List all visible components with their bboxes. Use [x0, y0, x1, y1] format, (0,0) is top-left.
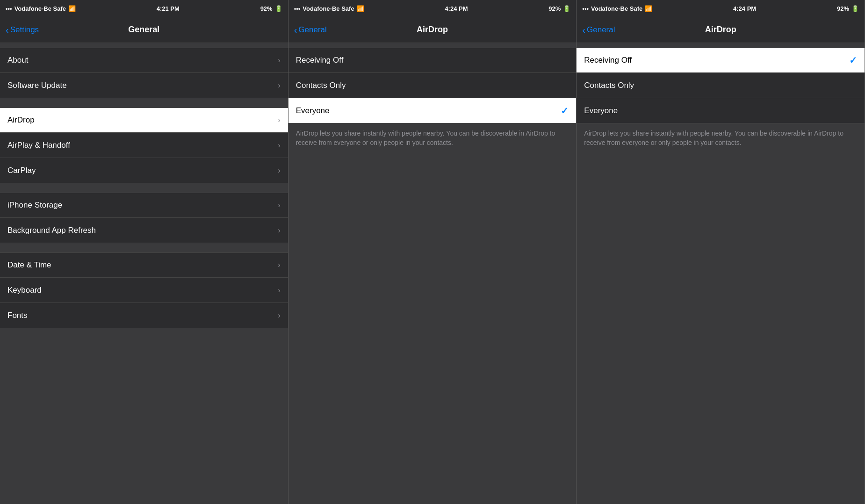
airplay-handoff-chevron-icon: ›: [278, 141, 280, 150]
airplay-handoff-label: AirPlay & Handoff: [7, 141, 70, 150]
status-bar-right-3: 92% 🔋: [837, 5, 859, 12]
panel-airdrop-receiving-off: ••• Vodafone-Be Safe 📶 4:24 PM 92% 🔋 ‹ G…: [577, 0, 865, 504]
receiving-off-checkmark-icon: ✓: [849, 55, 857, 66]
airdrop-chevron-icon: ›: [278, 116, 280, 124]
panel-general: ••• Vodafone-Be Safe 📶 4:21 PM 92% 🔋 ‹ S…: [0, 0, 288, 504]
list-item-carplay[interactable]: CarPlay ›: [0, 158, 288, 183]
back-button-3[interactable]: ‹ General: [582, 25, 615, 35]
receiving-off-label-2: Receiving Off: [584, 56, 632, 65]
status-bar-3: ••• Vodafone-Be Safe 📶 4:24 PM 92% 🔋: [577, 0, 865, 17]
everyone-label: Everyone: [296, 106, 330, 115]
list-item-about[interactable]: About ›: [0, 48, 288, 73]
nav-title-1: General: [128, 25, 159, 35]
nav-title-2: AirDrop: [417, 25, 448, 35]
battery-icon-2: 🔋: [563, 5, 570, 12]
back-button-1[interactable]: ‹ Settings: [6, 25, 39, 35]
everyone-label-2: Everyone: [584, 106, 618, 115]
status-bar-2: ••• Vodafone-Be Safe 📶 4:24 PM 92% 🔋: [288, 0, 577, 17]
bg-app-refresh-label: Background App Refresh: [7, 226, 96, 235]
airdrop-options-section-2: Receiving Off ✓ Contacts Only Everyone: [577, 48, 865, 123]
carplay-chevron-icon: ›: [278, 166, 280, 175]
battery-label-1: 92%: [260, 5, 273, 12]
signal-icon-3: •••: [582, 5, 589, 12]
keyboard-label: Keyboard: [7, 286, 42, 295]
battery-label-2: 92%: [548, 5, 561, 12]
status-bar-left-2: ••• Vodafone-Be Safe 📶: [294, 5, 364, 12]
list-item-airdrop[interactable]: AirDrop ›: [0, 108, 288, 133]
list-item-iphone-storage[interactable]: iPhone Storage ›: [0, 193, 288, 218]
back-button-2[interactable]: ‹ General: [294, 25, 327, 35]
contacts-only-label: Contacts Only: [296, 81, 346, 90]
option-everyone[interactable]: Everyone ✓: [288, 98, 577, 123]
software-update-label: Software Update: [7, 81, 67, 90]
option-receiving-off-2[interactable]: Receiving Off ✓: [577, 48, 865, 73]
status-bar-right-1: 92% 🔋: [260, 5, 282, 12]
content-general: About › Software Update › AirDrop › AirP…: [0, 43, 288, 504]
iphone-storage-chevron-icon: ›: [278, 201, 280, 209]
time-label-3: 4:24 PM: [733, 5, 756, 12]
section-2: AirDrop › AirPlay & Handoff › CarPlay ›: [0, 108, 288, 183]
airdrop-description-block-2: AirDrop lets you share instantly with pe…: [577, 123, 865, 153]
carrier-label-2: Vodafone-Be Safe: [303, 5, 354, 12]
option-everyone-2[interactable]: Everyone: [577, 98, 865, 123]
panel-airdrop-everyone: ••• Vodafone-Be Safe 📶 4:24 PM 92% 🔋 ‹ G…: [288, 0, 577, 504]
content-airdrop-receiving-off: Receiving Off ✓ Contacts Only Everyone A…: [577, 43, 865, 504]
option-receiving-off[interactable]: Receiving Off: [288, 48, 577, 73]
airdrop-description-text: AirDrop lets you share instantly with pe…: [296, 129, 569, 147]
date-time-label: Date & Time: [7, 260, 51, 270]
everyone-checkmark-icon: ✓: [561, 105, 569, 116]
nav-bar-1: ‹ Settings General: [0, 17, 288, 43]
wifi-icon-2: 📶: [357, 5, 364, 12]
back-chevron-icon-1: ‹: [6, 25, 9, 35]
airdrop-description-text-2: AirDrop lets you share instantly with pe…: [584, 129, 857, 147]
content-airdrop-everyone: Receiving Off Contacts Only Everyone ✓ A…: [288, 43, 577, 504]
status-bar-left-1: ••• Vodafone-Be Safe 📶: [6, 5, 76, 12]
about-label: About: [7, 56, 28, 65]
status-bar-left-3: ••• Vodafone-Be Safe 📶: [582, 5, 652, 12]
back-label-1: Settings: [10, 25, 39, 35]
list-item-keyboard[interactable]: Keyboard ›: [0, 278, 288, 303]
list-item-date-time[interactable]: Date & Time ›: [0, 252, 288, 278]
airdrop-label: AirDrop: [7, 115, 35, 125]
list-item-fonts[interactable]: Fonts ›: [0, 303, 288, 328]
carplay-label: CarPlay: [7, 166, 36, 175]
bg-app-refresh-chevron-icon: ›: [278, 226, 280, 235]
list-item-bg-app-refresh[interactable]: Background App Refresh ›: [0, 218, 288, 243]
signal-icon-1: •••: [6, 5, 12, 12]
date-time-chevron-icon: ›: [278, 261, 280, 269]
time-label-2: 4:24 PM: [445, 5, 468, 12]
software-update-chevron-icon: ›: [278, 81, 280, 90]
back-label-3: General: [587, 25, 615, 35]
airdrop-options-section: Receiving Off Contacts Only Everyone ✓: [288, 48, 577, 123]
back-label-2: General: [298, 25, 326, 35]
nav-title-3: AirDrop: [705, 25, 736, 35]
signal-icon-2: •••: [294, 5, 301, 12]
nav-bar-2: ‹ General AirDrop: [288, 17, 577, 43]
list-item-airplay-handoff[interactable]: AirPlay & Handoff ›: [0, 133, 288, 158]
nav-bar-3: ‹ General AirDrop: [577, 17, 865, 43]
status-bar-1: ••• Vodafone-Be Safe 📶 4:21 PM 92% 🔋: [0, 0, 288, 17]
keyboard-chevron-icon: ›: [278, 286, 280, 295]
list-item-software-update[interactable]: Software Update ›: [0, 73, 288, 98]
back-chevron-icon-3: ‹: [582, 25, 585, 35]
carrier-label-1: Vodafone-Be Safe: [14, 5, 66, 12]
section-4: Date & Time › Keyboard › Fonts ›: [0, 252, 288, 328]
back-chevron-icon-2: ‹: [294, 25, 297, 35]
airdrop-description-block: AirDrop lets you share instantly with pe…: [288, 123, 577, 153]
time-label-1: 4:21 PM: [157, 5, 180, 12]
battery-label-3: 92%: [837, 5, 849, 12]
section-3: iPhone Storage › Background App Refresh …: [0, 193, 288, 243]
option-contacts-only-2[interactable]: Contacts Only: [577, 73, 865, 98]
section-1: About › Software Update ›: [0, 48, 288, 98]
wifi-icon-1: 📶: [68, 5, 76, 12]
battery-icon-3: 🔋: [851, 5, 859, 12]
option-contacts-only[interactable]: Contacts Only: [288, 73, 577, 98]
wifi-icon-3: 📶: [645, 5, 652, 12]
about-chevron-icon: ›: [278, 56, 280, 65]
battery-icon-1: 🔋: [275, 5, 282, 12]
fonts-chevron-icon: ›: [278, 311, 280, 320]
contacts-only-label-2: Contacts Only: [584, 81, 634, 90]
status-bar-right-2: 92% 🔋: [548, 5, 570, 12]
fonts-label: Fonts: [7, 311, 28, 320]
receiving-off-label: Receiving Off: [296, 56, 344, 65]
